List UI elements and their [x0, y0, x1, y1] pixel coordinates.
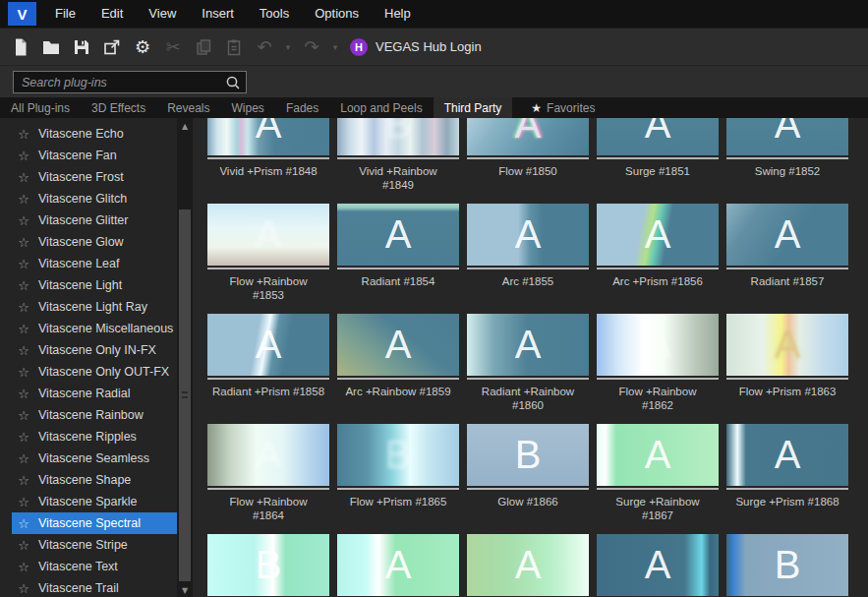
- favorite-star-icon[interactable]: ☆: [17, 560, 30, 574]
- scrollbar-thumb[interactable]: [179, 209, 191, 581]
- sidebar-item-vitascene-frost[interactable]: ☆Vitascene Frost: [12, 166, 177, 188]
- favorite-star-icon[interactable]: ☆: [17, 278, 30, 293]
- menu-item-help[interactable]: Help: [372, 0, 424, 28]
- sidebar-item-vitascene-glow[interactable]: ☆Vitascene Glow: [12, 231, 177, 253]
- plugin-tile[interactable]: AFlow #1850: [467, 118, 589, 204]
- sidebar-item-vitascene-seamless[interactable]: ☆Vitascene Seamless: [12, 448, 177, 469]
- sidebar-item-vitascene-rainbow[interactable]: ☆Vitascene Rainbow: [12, 404, 177, 426]
- sidebar-item-vitascene-echo[interactable]: ☆Vitascene Echo: [12, 123, 177, 145]
- favorite-star-icon[interactable]: ☆: [17, 322, 30, 336]
- copy-button[interactable]: [191, 34, 216, 60]
- favorite-star-icon[interactable]: ☆: [17, 149, 30, 163]
- favorite-star-icon[interactable]: ☆: [17, 473, 30, 488]
- save-button[interactable]: [69, 34, 94, 60]
- favorite-star-icon[interactable]: ☆: [17, 581, 30, 596]
- plugin-tile[interactable]: ARadiant +Rainbow #1860: [467, 314, 589, 424]
- sidebar-item-vitascene-sparkle[interactable]: ☆Vitascene Sparkle: [12, 491, 177, 512]
- scroll-up-arrow-icon[interactable]: ▲: [177, 120, 193, 132]
- menu-item-insert[interactable]: Insert: [189, 0, 247, 28]
- tab-fades[interactable]: Fades: [275, 97, 329, 118]
- vegas-hub-login-button[interactable]: H VEGAS Hub Login: [350, 38, 482, 56]
- sidebar-item-vitascene-only-in-fx[interactable]: ☆Vitascene Only IN-FX: [12, 339, 177, 361]
- paste-button[interactable]: [221, 34, 247, 60]
- favorite-star-icon[interactable]: ☆: [17, 192, 30, 207]
- plugin-tile[interactable]: BGlow #1866: [467, 424, 589, 534]
- favorite-star-icon[interactable]: ☆: [17, 170, 30, 185]
- favorite-star-icon[interactable]: ☆: [17, 300, 30, 315]
- tab-reveals[interactable]: Reveals: [156, 97, 220, 118]
- menu-item-view[interactable]: View: [136, 0, 189, 28]
- tab-3d-effects[interactable]: 3D Effects: [81, 97, 156, 118]
- plugin-tile[interactable]: ASurge #1851: [597, 118, 719, 204]
- plugin-tile[interactable]: A: [337, 534, 459, 597]
- open-folder-button[interactable]: [38, 34, 64, 60]
- favorite-star-icon[interactable]: ☆: [17, 387, 30, 401]
- favorite-star-icon[interactable]: ☆: [17, 235, 30, 250]
- plugin-tile[interactable]: ASwing #1852: [726, 118, 848, 204]
- redo-button[interactable]: ↷: [299, 34, 324, 60]
- menu-item-file[interactable]: File: [42, 0, 88, 28]
- sidebar-item-vitascene-shape[interactable]: ☆Vitascene Shape: [12, 469, 177, 491]
- favorite-star-icon[interactable]: ☆: [17, 430, 30, 445]
- sidebar-item-vitascene-fan[interactable]: ☆Vitascene Fan: [12, 145, 177, 166]
- sidebar-item-vitascene-light-ray[interactable]: ☆Vitascene Light Ray: [12, 296, 177, 318]
- favorite-star-icon[interactable]: ☆: [17, 257, 30, 271]
- vegas-app-logo[interactable]: V: [8, 2, 36, 26]
- plugin-tile[interactable]: BVivid +Rainbow #1849: [337, 118, 459, 204]
- plugin-tile[interactable]: ARadiant #1854: [337, 204, 459, 314]
- favorite-star-icon[interactable]: ☆: [17, 408, 30, 423]
- favorite-star-icon[interactable]: ☆: [17, 451, 30, 466]
- sidebar-item-vitascene-text[interactable]: ☆Vitascene Text: [12, 556, 177, 577]
- external-window-button[interactable]: [99, 34, 125, 60]
- plugin-tile[interactable]: A: [467, 534, 589, 597]
- favorite-star-icon[interactable]: ☆: [17, 365, 30, 380]
- menu-item-tools[interactable]: Tools: [247, 0, 302, 28]
- favorite-star-icon[interactable]: ☆: [17, 127, 30, 142]
- plugin-tile[interactable]: AVivid +Prism #1848: [207, 118, 329, 204]
- search-input[interactable]: [14, 76, 225, 90]
- sidebar-item-vitascene-radial[interactable]: ☆Vitascene Radial: [12, 383, 177, 404]
- sidebar-scrollbar[interactable]: ▲ ▼: [177, 118, 193, 597]
- plugin-tile[interactable]: AFlow +Rainbow #1862: [597, 314, 719, 424]
- plugin-tile[interactable]: A: [597, 534, 719, 597]
- sidebar-item-vitascene-only-out-fx[interactable]: ☆Vitascene Only OUT-FX: [12, 361, 177, 383]
- plugin-tile[interactable]: AFlow +Rainbow #1853: [207, 204, 329, 314]
- plugin-tile[interactable]: AArc +Rainbow #1859: [337, 314, 459, 424]
- plugin-tile[interactable]: BFlow +Prism #1865: [337, 424, 459, 534]
- plugin-tile[interactable]: ARadiant #1857: [726, 204, 848, 314]
- tab-loop-and-peels[interactable]: Loop and Peels: [329, 97, 433, 118]
- new-document-button[interactable]: [8, 34, 33, 60]
- tab-all-plug-ins[interactable]: All Plug-ins: [0, 97, 81, 118]
- plugin-tile[interactable]: ASurge +Rainbow #1867: [597, 424, 719, 534]
- menu-item-options[interactable]: Options: [302, 0, 372, 28]
- favorite-star-icon[interactable]: ☆: [17, 213, 30, 228]
- undo-dropdown-button[interactable]: ▾: [282, 34, 294, 60]
- favorite-star-icon[interactable]: ☆: [17, 343, 30, 358]
- plugin-tile[interactable]: ASurge +Prism #1868: [726, 424, 848, 534]
- plugin-tile[interactable]: AFlow +Rainbow #1864: [207, 424, 329, 534]
- sidebar-item-vitascene-trail[interactable]: ☆Vitascene Trail: [12, 577, 177, 597]
- plugin-tile[interactable]: B: [726, 534, 848, 597]
- plugin-tile[interactable]: AArc #1855: [467, 204, 589, 314]
- menu-item-edit[interactable]: Edit: [88, 0, 136, 28]
- sidebar-item-vitascene-ripples[interactable]: ☆Vitascene Ripples: [12, 426, 177, 448]
- plugin-tile[interactable]: AArc +Prism #1856: [597, 204, 719, 314]
- plugin-tile[interactable]: ARadiant +Prism #1858: [207, 314, 329, 424]
- sidebar-item-vitascene-miscellaneous[interactable]: ☆Vitascene Miscellaneous: [12, 318, 177, 339]
- favorite-star-icon[interactable]: ☆: [17, 538, 30, 553]
- redo-dropdown-button[interactable]: ▾: [329, 34, 341, 60]
- sidebar-item-vitascene-stripe[interactable]: ☆Vitascene Stripe: [12, 534, 177, 556]
- plugin-tile[interactable]: B: [207, 534, 329, 597]
- sidebar-item-vitascene-glitch[interactable]: ☆Vitascene Glitch: [12, 188, 177, 209]
- undo-button[interactable]: ↶: [252, 34, 277, 60]
- tab-third-party[interactable]: Third Party: [434, 97, 513, 118]
- sidebar-item-vitascene-spectral[interactable]: ☆Vitascene Spectral: [12, 512, 177, 534]
- plugin-tile[interactable]: AFlow +Prism #1863: [726, 314, 848, 424]
- tab-favorites[interactable]: ★Favorites: [520, 97, 606, 118]
- cut-button[interactable]: ✂: [160, 34, 186, 60]
- tab-wipes[interactable]: Wipes: [221, 97, 275, 118]
- favorite-star-icon[interactable]: ☆: [17, 516, 30, 531]
- sidebar-item-vitascene-light[interactable]: ☆Vitascene Light: [12, 274, 177, 296]
- sidebar-item-vitascene-glitter[interactable]: ☆Vitascene Glitter: [12, 209, 177, 231]
- settings-button[interactable]: ⚙: [130, 34, 155, 60]
